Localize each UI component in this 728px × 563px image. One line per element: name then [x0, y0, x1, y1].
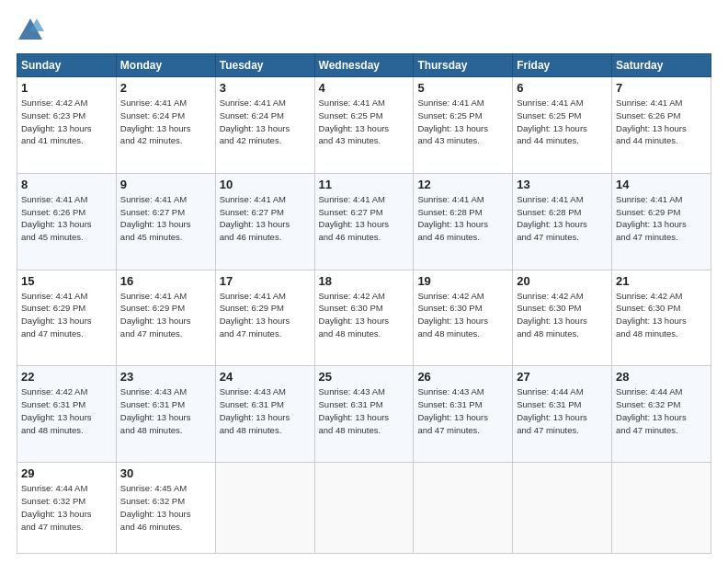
day-cell — [513, 463, 612, 554]
day-info: Sunrise: 4:41 AM Sunset: 6:28 PM Dayligh… — [417, 193, 508, 244]
day-number: 24 — [220, 370, 311, 384]
day-info: Sunrise: 4:41 AM Sunset: 6:25 PM Dayligh… — [319, 97, 410, 147]
day-number: 28 — [616, 370, 707, 384]
weekday-wednesday: Wednesday — [314, 54, 414, 77]
day-number: 16 — [120, 274, 211, 288]
weekday-friday: Friday — [513, 54, 612, 77]
day-info: Sunrise: 4:43 AM Sunset: 6:31 PM Dayligh… — [417, 385, 508, 436]
day-number: 14 — [616, 178, 707, 191]
day-number: 1 — [21, 81, 112, 95]
day-cell: 17Sunrise: 4:41 AM Sunset: 6:29 PM Dayli… — [215, 270, 314, 366]
day-cell: 1Sunrise: 4:42 AM Sunset: 6:23 PM Daylig… — [17, 77, 117, 174]
day-cell: 7Sunrise: 4:41 AM Sunset: 6:26 PM Daylig… — [612, 77, 711, 174]
day-cell: 25Sunrise: 4:43 AM Sunset: 6:31 PM Dayli… — [314, 366, 414, 463]
day-number: 17 — [220, 274, 311, 288]
day-info: Sunrise: 4:41 AM Sunset: 6:26 PM Dayligh… — [616, 97, 707, 147]
week-row-4: 22Sunrise: 4:42 AM Sunset: 6:31 PM Dayli… — [17, 366, 711, 463]
weekday-saturday: Saturday — [612, 54, 711, 77]
day-info: Sunrise: 4:44 AM Sunset: 6:32 PM Dayligh… — [616, 385, 707, 436]
day-number: 4 — [319, 81, 410, 95]
day-number: 10 — [220, 178, 311, 191]
day-cell: 26Sunrise: 4:43 AM Sunset: 6:31 PM Dayli… — [414, 366, 513, 463]
weekday-tuesday: Tuesday — [215, 54, 314, 77]
day-cell: 2Sunrise: 4:41 AM Sunset: 6:24 PM Daylig… — [116, 77, 215, 174]
day-number: 23 — [120, 370, 211, 384]
day-cell: 18Sunrise: 4:42 AM Sunset: 6:30 PM Dayli… — [314, 270, 414, 366]
day-number: 20 — [517, 274, 608, 288]
day-cell — [414, 463, 513, 554]
header — [17, 17, 711, 44]
day-info: Sunrise: 4:42 AM Sunset: 6:23 PM Dayligh… — [21, 97, 112, 147]
day-number: 8 — [21, 178, 112, 191]
logo — [17, 17, 48, 44]
day-cell: 9Sunrise: 4:41 AM Sunset: 6:27 PM Daylig… — [116, 173, 215, 270]
day-number: 21 — [616, 274, 707, 288]
day-cell: 14Sunrise: 4:41 AM Sunset: 6:29 PM Dayli… — [612, 173, 711, 270]
day-info: Sunrise: 4:41 AM Sunset: 6:29 PM Dayligh… — [21, 290, 112, 340]
day-cell: 21Sunrise: 4:42 AM Sunset: 6:30 PM Dayli… — [612, 270, 711, 366]
day-cell: 29Sunrise: 4:44 AM Sunset: 6:32 PM Dayli… — [17, 463, 117, 554]
day-info: Sunrise: 4:42 AM Sunset: 6:30 PM Dayligh… — [417, 290, 508, 340]
day-cell: 22Sunrise: 4:42 AM Sunset: 6:31 PM Dayli… — [17, 366, 117, 463]
day-cell: 24Sunrise: 4:43 AM Sunset: 6:31 PM Dayli… — [215, 366, 314, 463]
day-number: 19 — [417, 274, 508, 288]
day-number: 22 — [21, 370, 112, 384]
day-info: Sunrise: 4:41 AM Sunset: 6:25 PM Dayligh… — [417, 97, 508, 147]
weekday-monday: Monday — [116, 54, 215, 77]
day-info: Sunrise: 4:43 AM Sunset: 6:31 PM Dayligh… — [319, 385, 410, 436]
day-info: Sunrise: 4:41 AM Sunset: 6:27 PM Dayligh… — [120, 193, 211, 244]
day-info: Sunrise: 4:41 AM Sunset: 6:27 PM Dayligh… — [220, 193, 311, 244]
day-cell: 11Sunrise: 4:41 AM Sunset: 6:27 PM Dayli… — [314, 173, 414, 270]
weekday-sunday: Sunday — [17, 54, 117, 77]
day-cell: 23Sunrise: 4:43 AM Sunset: 6:31 PM Dayli… — [116, 366, 215, 463]
day-info: Sunrise: 4:44 AM Sunset: 6:32 PM Dayligh… — [21, 482, 112, 533]
page: SundayMondayTuesdayWednesdayThursdayFrid… — [0, 0, 728, 563]
day-info: Sunrise: 4:42 AM Sunset: 6:31 PM Dayligh… — [21, 385, 112, 436]
day-cell: 28Sunrise: 4:44 AM Sunset: 6:32 PM Dayli… — [612, 366, 711, 463]
day-info: Sunrise: 4:41 AM Sunset: 6:25 PM Dayligh… — [517, 97, 608, 147]
day-number: 15 — [21, 274, 112, 288]
day-cell: 19Sunrise: 4:42 AM Sunset: 6:30 PM Dayli… — [414, 270, 513, 366]
day-cell: 15Sunrise: 4:41 AM Sunset: 6:29 PM Dayli… — [17, 270, 117, 366]
week-row-1: 1Sunrise: 4:42 AM Sunset: 6:23 PM Daylig… — [17, 77, 711, 174]
day-info: Sunrise: 4:45 AM Sunset: 6:32 PM Dayligh… — [120, 482, 211, 533]
day-info: Sunrise: 4:41 AM Sunset: 6:24 PM Dayligh… — [120, 97, 211, 147]
weekday-header-row: SundayMondayTuesdayWednesdayThursdayFrid… — [17, 54, 711, 77]
day-number: 25 — [319, 370, 410, 384]
day-info: Sunrise: 4:41 AM Sunset: 6:29 PM Dayligh… — [120, 290, 211, 340]
day-info: Sunrise: 4:41 AM Sunset: 6:28 PM Dayligh… — [517, 193, 608, 244]
day-number: 9 — [120, 178, 211, 191]
day-cell: 4Sunrise: 4:41 AM Sunset: 6:25 PM Daylig… — [314, 77, 414, 174]
day-number: 7 — [616, 81, 707, 95]
day-cell: 16Sunrise: 4:41 AM Sunset: 6:29 PM Dayli… — [116, 270, 215, 366]
day-info: Sunrise: 4:43 AM Sunset: 6:31 PM Dayligh… — [120, 385, 211, 436]
day-cell: 27Sunrise: 4:44 AM Sunset: 6:31 PM Dayli… — [513, 366, 612, 463]
calendar-table: SundayMondayTuesdayWednesdayThursdayFrid… — [17, 53, 711, 554]
day-number: 18 — [319, 274, 410, 288]
day-number: 29 — [21, 466, 112, 480]
week-row-2: 8Sunrise: 4:41 AM Sunset: 6:26 PM Daylig… — [17, 173, 711, 270]
day-number: 30 — [120, 466, 211, 480]
day-number: 6 — [517, 81, 608, 95]
day-info: Sunrise: 4:42 AM Sunset: 6:30 PM Dayligh… — [616, 290, 707, 340]
weekday-thursday: Thursday — [414, 54, 513, 77]
day-cell — [612, 463, 711, 554]
day-cell: 20Sunrise: 4:42 AM Sunset: 6:30 PM Dayli… — [513, 270, 612, 366]
day-info: Sunrise: 4:41 AM Sunset: 6:27 PM Dayligh… — [319, 193, 410, 244]
day-cell — [215, 463, 314, 554]
day-number: 13 — [517, 178, 608, 191]
day-number: 26 — [417, 370, 508, 384]
day-info: Sunrise: 4:41 AM Sunset: 6:24 PM Dayligh… — [220, 97, 311, 147]
day-info: Sunrise: 4:44 AM Sunset: 6:31 PM Dayligh… — [517, 385, 608, 436]
day-info: Sunrise: 4:42 AM Sunset: 6:30 PM Dayligh… — [517, 290, 608, 340]
day-cell: 10Sunrise: 4:41 AM Sunset: 6:27 PM Dayli… — [215, 173, 314, 270]
day-info: Sunrise: 4:43 AM Sunset: 6:31 PM Dayligh… — [220, 385, 311, 436]
day-info: Sunrise: 4:41 AM Sunset: 6:29 PM Dayligh… — [220, 290, 311, 340]
day-cell — [314, 463, 414, 554]
week-row-3: 15Sunrise: 4:41 AM Sunset: 6:29 PM Dayli… — [17, 270, 711, 366]
day-cell: 8Sunrise: 4:41 AM Sunset: 6:26 PM Daylig… — [17, 173, 117, 270]
day-number: 11 — [319, 178, 410, 191]
week-row-5: 29Sunrise: 4:44 AM Sunset: 6:32 PM Dayli… — [17, 463, 711, 554]
day-cell: 5Sunrise: 4:41 AM Sunset: 6:25 PM Daylig… — [414, 77, 513, 174]
day-number: 27 — [517, 370, 608, 384]
